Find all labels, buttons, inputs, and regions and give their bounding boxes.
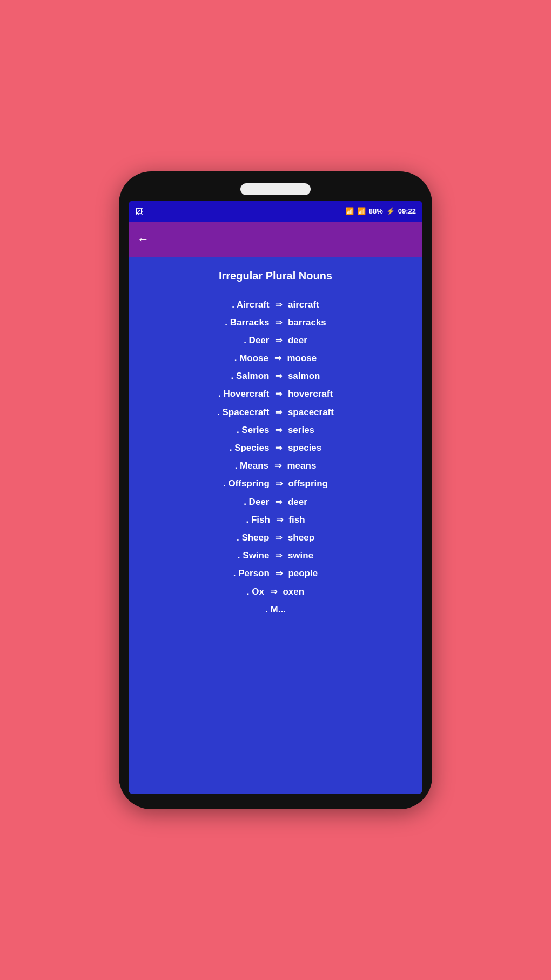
- list-item: . Hovercraft ⇒ hovercraft: [218, 386, 333, 401]
- singular: . Deer: [244, 497, 269, 507]
- list-item: . Salmon ⇒ salmon: [231, 369, 320, 383]
- plural: deer: [288, 335, 307, 345]
- page-title: Irregular Plural Nouns: [219, 270, 332, 282]
- singular: . Hovercraft: [218, 389, 269, 399]
- arrow-icon: ⇒: [275, 316, 282, 330]
- arrow-icon: ⇒: [275, 423, 282, 437]
- list-item: . Deer ⇒ deer: [244, 495, 307, 509]
- list-item: . Spacecraft ⇒ spacecraft: [217, 405, 334, 419]
- singular: . Series: [237, 425, 270, 435]
- arrow-icon: ⇒: [275, 334, 282, 348]
- arrow-icon: ⇒: [275, 369, 282, 383]
- phone-speaker: [240, 183, 311, 195]
- plural: spacecraft: [288, 407, 334, 417]
- plural: means: [287, 461, 316, 471]
- list-item: . Sheep ⇒ sheep: [237, 530, 314, 545]
- list-item: . Swine ⇒ swine: [238, 548, 313, 563]
- singular: . Fish: [246, 515, 270, 525]
- arrow-icon: ⇒: [274, 351, 281, 365]
- signal-icon: 📶: [357, 207, 366, 215]
- singular: . Salmon: [231, 371, 270, 381]
- plural: sheep: [288, 532, 314, 543]
- status-left: 🖼: [135, 207, 143, 216]
- singular: . Deer: [244, 335, 269, 345]
- plural: people: [288, 568, 318, 578]
- singular: . Moose: [234, 353, 268, 363]
- singular: . Species: [230, 443, 270, 453]
- plural: oxen: [283, 586, 304, 597]
- plural: hovercraft: [288, 389, 333, 399]
- phone-screen: 🖼 📶 📶 88% ⚡ 09:22 ← Irregular Plural Nou…: [129, 201, 422, 794]
- app-bar: ←: [129, 222, 422, 257]
- arrow-icon: ⇒: [275, 405, 282, 419]
- singular: . Ox: [247, 586, 264, 597]
- noun-list: . Aircraft ⇒ aircraft . Barracks ⇒ barra…: [137, 297, 414, 617]
- back-button[interactable]: ←: [137, 232, 149, 246]
- arrow-icon: ⇒: [275, 549, 282, 563]
- list-item: . Species ⇒ species: [230, 441, 322, 455]
- list-item: . M...: [265, 602, 286, 617]
- plural: swine: [288, 550, 313, 561]
- list-item: . Moose ⇒ moose: [234, 351, 317, 365]
- wifi-icon: 📶: [345, 207, 354, 215]
- plural: fish: [288, 515, 305, 525]
- list-item: . Deer ⇒ deer: [244, 333, 307, 348]
- arrow-icon: ⇒: [276, 566, 283, 581]
- singular: . Means: [235, 461, 268, 471]
- list-item: . Means ⇒ means: [235, 458, 317, 473]
- singular: . Sheep: [237, 532, 269, 543]
- plural: barracks: [288, 317, 326, 328]
- singular: . Person: [233, 568, 270, 578]
- content-area: Irregular Plural Nouns . Aircraft ⇒ airc…: [129, 257, 422, 794]
- status-right: 📶 📶 88% ⚡ 09:22: [345, 207, 416, 215]
- list-item: . Ox ⇒ oxen: [247, 584, 304, 599]
- arrow-icon: ⇒: [275, 495, 282, 509]
- battery-icon: ⚡: [386, 207, 395, 215]
- arrow-icon: ⇒: [275, 531, 282, 545]
- clock: 09:22: [398, 207, 416, 215]
- arrow-icon: ⇒: [275, 387, 282, 401]
- plural: moose: [287, 353, 317, 363]
- singular: . Barracks: [225, 317, 269, 328]
- arrow-icon: ⇒: [270, 585, 277, 599]
- singular: . Swine: [238, 550, 270, 561]
- phone-frame: 🖼 📶 📶 88% ⚡ 09:22 ← Irregular Plural Nou…: [119, 171, 432, 809]
- plural: deer: [288, 497, 307, 507]
- singular: . M...: [265, 604, 286, 615]
- singular: . Spacecraft: [217, 407, 269, 417]
- arrow-icon: ⇒: [274, 459, 281, 473]
- singular: . Offspring: [223, 478, 270, 489]
- list-item: . Series ⇒ series: [237, 423, 314, 437]
- list-item: . Barracks ⇒ barracks: [225, 315, 326, 330]
- plural: series: [288, 425, 314, 435]
- battery-percentage: 88%: [369, 207, 383, 215]
- arrow-icon: ⇒: [275, 441, 282, 455]
- plural: offspring: [288, 478, 328, 489]
- list-item: . Person ⇒ people: [233, 566, 318, 581]
- plural: aircraft: [288, 299, 319, 310]
- plural: salmon: [288, 371, 320, 381]
- arrow-icon: ⇒: [276, 477, 283, 491]
- status-bar: 🖼 📶 📶 88% ⚡ 09:22: [129, 201, 422, 222]
- singular: . Aircraft: [232, 299, 269, 310]
- plural: species: [288, 443, 321, 453]
- arrow-icon: ⇒: [275, 298, 282, 312]
- list-item: . Offspring ⇒ offspring: [223, 476, 328, 491]
- list-item: . Fish ⇒ fish: [246, 512, 305, 527]
- notification-icon: 🖼: [135, 207, 143, 216]
- arrow-icon: ⇒: [276, 513, 283, 527]
- list-item: . Aircraft ⇒ aircraft: [232, 297, 319, 312]
